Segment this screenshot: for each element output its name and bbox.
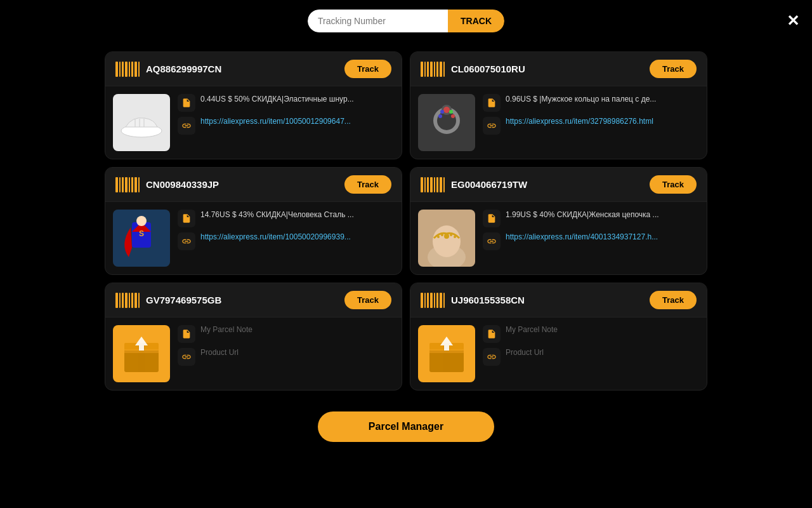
product-url[interactable]: https://aliexpress.ru/item/4001334937127… [506, 232, 658, 241]
svg-point-21 [433, 225, 461, 257]
card-aq886: AQ886299997CN Track Shoes [105, 51, 402, 159]
card-body: My Parcel Note Product Url [105, 318, 402, 390]
card-body: Shoes 0.44US $ 50% СКИДКА|Эластичные шну… [105, 86, 402, 159]
link-icon [178, 117, 195, 135]
close-button[interactable]: ✕ [787, 12, 799, 30]
note-icon [483, 325, 501, 343]
card-header: CL060075010RU Track [410, 52, 707, 86]
card-header-left: EG004066719TW [421, 177, 527, 192]
tracking-number: GV797469575GB [146, 295, 221, 305]
header: TRACK ✕ [0, 0, 812, 42]
track-button[interactable]: Track [344, 175, 391, 194]
parcel-manager-button[interactable]: Parcel Manager [318, 411, 494, 442]
svg-point-17 [136, 216, 147, 226]
price-row: 0.44US $ 50% СКИДКА|Эластичные шнур... [178, 94, 394, 112]
description-icon [178, 94, 195, 112]
track-button[interactable]: Track [650, 291, 697, 309]
card-eg004: EG004066719TW Track [410, 167, 707, 275]
card-header: UJ960155358CN Track [410, 283, 707, 318]
description-icon [483, 210, 501, 227]
card-header-left: UJ960155358CN [421, 293, 525, 308]
parcel-note: My Parcel Note [506, 325, 558, 334]
svg-marker-31 [135, 337, 148, 345]
card-info: My Parcel Note Product Url [483, 325, 699, 366]
card-header: AQ886299997CN Track [105, 52, 402, 86]
card-header-left: CL060075010RU [421, 62, 525, 77]
track-header-button[interactable]: TRACK [448, 10, 504, 32]
svg-point-22 [444, 234, 449, 239]
barcode-icon [115, 293, 140, 308]
svg-point-23 [441, 234, 443, 236]
description-icon [483, 94, 501, 112]
note-row: My Parcel Note [178, 325, 394, 343]
svg-rect-6 [418, 94, 475, 151]
product-url-placeholder: Product Url [506, 348, 544, 357]
tracking-number: CN009840339JP [146, 179, 219, 190]
card-header-left: AQ886299997CN [115, 62, 221, 77]
price-row: 14.76US $ 43% СКИДКА|Человека Сталь ... [178, 210, 394, 227]
product-image: Shoes [113, 94, 170, 151]
tracking-number: UJ960155358CN [451, 295, 525, 305]
footer: Parcel Manager [0, 400, 812, 453]
card-body: My Parcel Note Product Url [410, 318, 707, 390]
svg-point-12 [438, 114, 442, 118]
card-header: CN009840339JP Track [105, 168, 402, 202]
svg-point-24 [450, 234, 452, 236]
url-row: https://aliexpress.ru/item/1005002099693… [178, 232, 394, 250]
card-header: GV797469575GB Track [105, 283, 402, 318]
product-image [418, 210, 475, 267]
tracking-form: TRACK [308, 10, 504, 32]
card-info: 0.96US $ |Мужское кольцо на палец с де..… [483, 94, 699, 135]
card-header-left: CN009840339JP [115, 177, 219, 192]
package-image [418, 325, 475, 382]
card-body: S 14.76US $ 43% СКИДКА|Человека Сталь ..… [105, 202, 402, 274]
url-row: https://aliexpress.ru/item/4001334937127… [483, 232, 699, 250]
url-row: https://aliexpress.ru/item/32798986276.h… [483, 117, 699, 135]
barcode-icon [421, 293, 445, 308]
link-icon [178, 348, 195, 366]
link-icon [483, 117, 501, 135]
svg-point-25 [437, 236, 440, 238]
barcode-icon [115, 177, 140, 192]
product-url-placeholder: Product Url [200, 348, 239, 357]
svg-point-11 [449, 110, 453, 114]
tracking-number: AQ886299997CN [146, 64, 221, 74]
card-info: 0.44US $ 50% СКИДКА|Эластичные шнур... h… [178, 94, 394, 135]
svg-text:S: S [139, 229, 144, 238]
svg-rect-32 [139, 345, 144, 351]
link-icon [483, 348, 501, 366]
barcode-icon [421, 177, 445, 192]
cards-grid: AQ886299997CN Track Shoes [0, 45, 812, 397]
svg-point-13 [451, 114, 455, 118]
track-button[interactable]: Track [344, 291, 391, 309]
product-url[interactable]: https://aliexpress.ru/item/1005002099693… [200, 232, 351, 241]
card-body: 0.96US $ |Мужское кольцо на палец с де..… [410, 86, 707, 159]
track-button[interactable]: Track [650, 175, 697, 194]
track-button[interactable]: Track [650, 60, 697, 78]
card-header-left: GV797469575GB [115, 293, 221, 308]
product-image: S [113, 210, 170, 267]
tracking-input[interactable] [308, 10, 448, 32]
card-gv797: GV797469575GB Track [105, 283, 402, 391]
url-row: Product Url [483, 348, 699, 366]
track-button[interactable]: Track [344, 60, 391, 78]
product-url[interactable]: https://aliexpress.ru/item/1005001290964… [200, 117, 351, 126]
parcel-note: My Parcel Note [200, 325, 252, 334]
package-image [113, 325, 170, 382]
svg-point-26 [454, 236, 456, 238]
card-info: My Parcel Note Product Url [178, 325, 394, 366]
svg-point-9 [443, 107, 450, 113]
svg-point-10 [440, 110, 444, 114]
product-url[interactable]: https://aliexpress.ru/item/32798986276.h… [506, 117, 653, 126]
tracking-number: EG004066719TW [451, 179, 527, 190]
note-row: My Parcel Note [483, 325, 699, 343]
card-cn009: CN009840339JP Track S [105, 167, 402, 275]
barcode-icon [421, 62, 445, 77]
price-text: 1.99US $ 40% СКИДКА|Женская цепочка ... [506, 210, 699, 220]
price-text: 14.76US $ 43% СКИДКА|Человека Сталь ... [200, 210, 394, 220]
svg-marker-37 [440, 337, 453, 345]
url-row: Product Url [178, 348, 394, 366]
link-icon [483, 232, 501, 250]
card-uj960: UJ960155358CN Track [410, 283, 707, 391]
price-text: 0.44US $ 50% СКИДКА|Эластичные шнур... [200, 94, 394, 105]
